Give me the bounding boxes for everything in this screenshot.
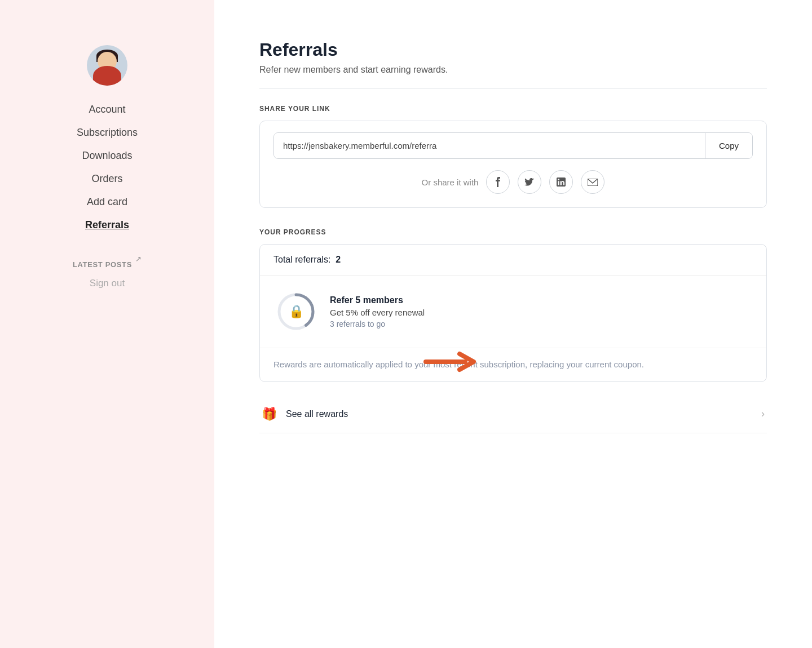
sidebar: Account Subscriptions Downloads Orders A… [0,0,214,648]
share-section-label: SHARE YOUR LINK [259,105,767,113]
sidebar-item-downloads[interactable]: Downloads [70,145,143,166]
share-social-label: Or share it with [422,177,479,187]
sidebar-item-orders[interactable]: Orders [80,168,134,189]
reward-title: Refer 5 members [330,295,425,305]
reward-info: Refer 5 members Get 5% off every renewal… [330,295,425,329]
copy-button[interactable]: Copy [705,133,752,158]
see-all-rewards-row[interactable]: 🎁 See all rewards › [259,396,767,433]
divider [259,88,767,89]
see-all-rewards-text: See all rewards [286,409,752,419]
facebook-share-button[interactable] [486,170,510,194]
circle-progress: 🔒 [273,289,319,334]
sidebar-nav: Account Subscriptions Downloads Orders A… [0,99,214,289]
sidebar-item-account[interactable]: Account [77,99,136,120]
chevron-right-icon: › [761,408,765,420]
reward-desc: Get 5% off every renewal [330,308,425,317]
twitter-share-button[interactable] [518,170,541,194]
arrow-annotation [423,349,479,374]
progress-box: Total referrals: 2 🔒 Refer 5 members Get… [259,244,767,382]
gift-icon: 🎁 [262,407,277,421]
reward-row: 🔒 Refer 5 members Get 5% off every renew… [260,276,766,348]
referral-url: https://jensbakery.memberful.com/referra [274,133,705,158]
latest-posts-label: LATEST POSTS [73,260,132,269]
sidebar-item-subscriptions[interactable]: Subscriptions [65,122,149,143]
linkedin-share-button[interactable] [549,170,573,194]
link-row: https://jensbakery.memberful.com/referra… [273,132,753,159]
total-referrals-label: Total referrals: [273,255,330,264]
page-title: Referrals [259,39,767,60]
progress-note: Rewards are automatically applied to you… [260,348,766,381]
email-share-button[interactable] [581,170,604,194]
reward-remaining: 3 referrals to go [330,319,425,329]
share-box: https://jensbakery.memberful.com/referra… [259,121,767,208]
total-referrals-row: Total referrals: 2 [260,245,766,276]
page-subtitle: Refer new members and start earning rewa… [259,65,767,75]
sidebar-item-referrals[interactable]: Referrals [74,215,140,236]
sign-out-link[interactable]: Sign out [90,278,125,289]
external-link-icon: ↗ [135,255,142,263]
avatar [87,45,127,86]
sidebar-item-addcard[interactable]: Add card [76,192,139,212]
progress-section-label: YOUR PROGRESS [259,228,767,236]
total-referrals-value: 2 [336,255,341,264]
share-social-row: Or share it with [273,170,753,194]
main-content: Referrals Refer new members and start ea… [214,0,812,648]
lock-icon: 🔒 [289,304,304,319]
